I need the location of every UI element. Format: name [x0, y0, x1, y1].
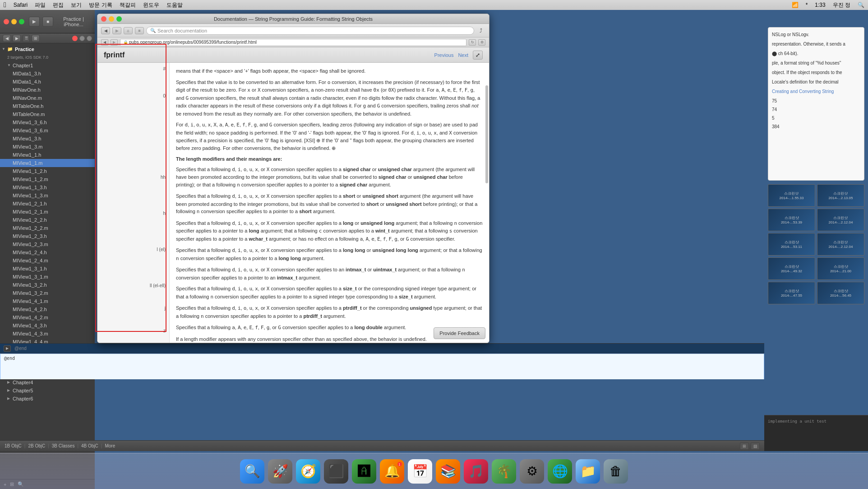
dock-calendar[interactable]: 📅	[408, 459, 432, 484]
project-root[interactable]: ▼ 📁 Practice	[0, 45, 95, 53]
dock-finder2[interactable]: 📁	[576, 459, 600, 484]
file-miview124-h[interactable]: MIView1_2_4.h	[0, 248, 95, 256]
grid-view-btn[interactable]: ⊞	[32, 35, 40, 42]
scroll-indicator[interactable]	[485, 85, 488, 183]
screenshot-thumb-3[interactable]: 스크린샷2014-...53.39	[768, 209, 815, 231]
screenshot-thumb-7[interactable]: 스크린샷2014-...49.32	[768, 257, 815, 280]
url-field[interactable]: 🔒 pubs.opengroup.org/onlinepubs/00969539…	[120, 39, 466, 46]
chapter6-folder[interactable]: ▶Chapter6	[0, 395, 95, 403]
file-miview143-m[interactable]: MIView1_4_3.m	[0, 330, 95, 338]
debug-btn[interactable]: ▶	[4, 345, 11, 352]
dock-chrome[interactable]: 🌐	[548, 459, 572, 484]
menubar-history[interactable]: 방문 기록	[89, 1, 112, 9]
file-midata1-3h[interactable]: MIData1_3.h	[0, 70, 95, 78]
file-miview13-m[interactable]: MIView1_3.m	[0, 143, 95, 151]
maximize-button[interactable]	[19, 19, 24, 24]
layout-btn-2[interactable]: ▤	[751, 442, 760, 450]
menubar-search[interactable]: 🔍	[858, 2, 864, 8]
doc-minimize[interactable]	[109, 16, 114, 22]
stop-button[interactable]: ■	[42, 17, 53, 27]
dock-safari[interactable]: 🧭	[296, 459, 320, 484]
file-minavone-m[interactable]: MINavOne.m	[0, 94, 95, 102]
bottom-1b-objc[interactable]: 1B ObjC	[5, 443, 22, 448]
run-button[interactable]: ▶	[29, 17, 40, 27]
dock-notifications[interactable]: 🔔1	[380, 459, 404, 484]
file-miview121-h[interactable]: MIView1_2_1.h	[0, 200, 95, 208]
close-button[interactable]	[4, 19, 9, 24]
file-miview113-h[interactable]: MIView1_1_3.h	[0, 183, 95, 191]
file-miview142-m[interactable]: MIView1_4_2.m	[0, 313, 95, 321]
next-btn[interactable]: Next	[458, 52, 468, 58]
file-miview142-h[interactable]: MIView1_4_2.h	[0, 305, 95, 313]
menubar-safari[interactable]: Safari	[14, 2, 28, 8]
provide-feedback-btn[interactable]: Provide Feedback	[434, 327, 485, 340]
url-fwd-btn[interactable]: ▶	[111, 39, 118, 46]
doc-back-btn[interactable]: ◀	[101, 27, 110, 34]
dock-appstore[interactable]: 🅰	[352, 459, 376, 484]
bottom-4b-objc[interactable]: 4B ObjC	[81, 443, 98, 448]
file-miview132-h[interactable]: MIView1_3_2.h	[0, 281, 95, 289]
menubar-user[interactable]: 우진 정	[833, 1, 850, 9]
file-minavone-h[interactable]: MINavOne.h	[0, 86, 95, 94]
menubar-edit[interactable]: 편집	[53, 1, 64, 9]
file-miview123-m[interactable]: MIView1_2_3.m	[0, 240, 95, 248]
file-miview136-m[interactable]: MIView1_3_6.m	[0, 126, 95, 135]
bottom-2b-objc[interactable]: 2B ObjC	[28, 443, 45, 448]
previous-btn[interactable]: Previous	[434, 52, 454, 58]
screenshot-thumb-1[interactable]: 스크린샷2014-...1.55.33	[768, 184, 815, 207]
chapter4-folder[interactable]: ▶Chapter4	[0, 378, 95, 387]
bottom-more[interactable]: More	[105, 443, 115, 448]
file-miview124-m[interactable]: MIView1_2_4.m	[0, 256, 95, 265]
file-miview112-h[interactable]: MIView1_1_2.h	[0, 167, 95, 175]
dock-launchpad[interactable]: 🚀	[268, 459, 292, 484]
file-miview11-h[interactable]: MIView1_1.h	[0, 151, 95, 159]
chapter5-folder[interactable]: ▶Chapter5	[0, 387, 95, 395]
url-settings-btn[interactable]: ⚙	[478, 39, 485, 46]
file-midata1-4h[interactable]: MIData1_4.h	[0, 78, 95, 86]
doc-search-bar[interactable]: 🔍 Search documentation	[146, 27, 474, 35]
screenshot-thumb-4[interactable]: 스크린샷2014-...2.12.04	[817, 209, 864, 231]
file-miview13-h[interactable]: MIView1_3.h	[0, 135, 95, 143]
doc-fwd-btn[interactable]: ▶	[112, 27, 121, 34]
menubar-bookmarks[interactable]: 책갈피	[120, 1, 136, 9]
file-mitableone-m[interactable]: MITableOne.m	[0, 110, 95, 118]
doc-home-btn[interactable]: ⌂	[124, 27, 133, 34]
menubar-window[interactable]: 윈도우	[143, 1, 159, 9]
dock-trash[interactable]: 🗑	[604, 459, 628, 484]
file-miview136-h[interactable]: MIView1_3_6.h	[0, 118, 95, 126]
bottom-3b-classes[interactable]: 3B Classes	[52, 443, 75, 448]
file-miview112-m[interactable]: MIView1_1_2.m	[0, 175, 95, 183]
file-miview131-h[interactable]: MIView1_3_1.h	[0, 265, 95, 273]
file-miview11-m[interactable]: MIView1_1.m	[0, 159, 95, 167]
doc-maximize[interactable]	[116, 16, 122, 22]
dock-music[interactable]: 🎵	[464, 459, 488, 484]
screenshot-thumb-2[interactable]: 스크린샷2014-...2.13.05	[817, 184, 864, 207]
file-miview141-m[interactable]: MIView1_4_1.m	[0, 297, 95, 305]
file-miview123-h[interactable]: MIView1_2_3.h	[0, 232, 95, 240]
dock-mission[interactable]: ⬛	[324, 459, 348, 484]
file-miview143-h[interactable]: MIView1_4_3.h	[0, 321, 95, 330]
fwd-btn[interactable]: ▶	[13, 35, 21, 42]
menubar-help[interactable]: 도움말	[166, 1, 183, 9]
doc-list-btn[interactable]: ≡	[135, 27, 144, 34]
reload-btn[interactable]: ↻	[469, 39, 476, 46]
file-miview113-m[interactable]: MIView1_1_3.m	[0, 191, 95, 200]
apple-menu[interactable]: 	[4, 1, 6, 9]
url-back-btn[interactable]: ◀	[101, 39, 108, 46]
menubar-view[interactable]: 보기	[71, 1, 82, 9]
layout-btn-1[interactable]: ⊞	[740, 442, 749, 450]
screenshot-thumb-5[interactable]: 스크린샷2014-...53.11	[768, 233, 815, 256]
dock-more[interactable]: ⚙	[520, 459, 544, 484]
doc-share-btn[interactable]: ⤴	[476, 27, 485, 34]
dock-finder[interactable]: 🔍	[240, 459, 264, 484]
dock-books[interactable]: 📚	[436, 459, 460, 484]
right-text-creating[interactable]: Creating and Converting String	[772, 88, 860, 95]
menubar-file[interactable]: 파일	[35, 1, 46, 9]
list-view-btn[interactable]: ☰	[23, 35, 30, 42]
file-miview131-m[interactable]: MIView1_3_1.m	[0, 273, 95, 281]
file-miview122-m[interactable]: MIView1_2_2.m	[0, 224, 95, 232]
screenshot-thumb-6[interactable]: 스크린샷2014-...2.12.04	[817, 233, 864, 256]
minimize-button[interactable]	[11, 19, 17, 24]
dock-photos[interactable]: 🌴	[492, 459, 516, 484]
expand-btn[interactable]: ⤢	[473, 51, 483, 60]
